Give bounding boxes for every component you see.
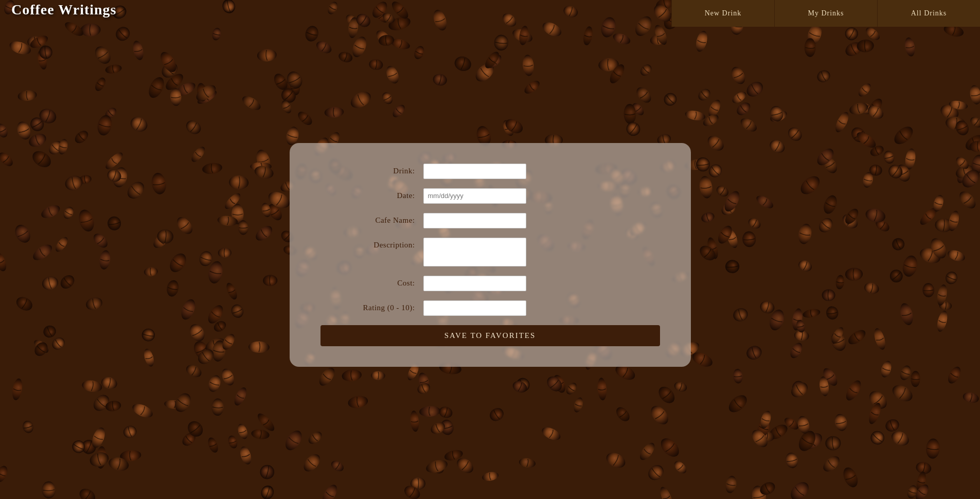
save-button[interactable]: Save to Favorites [320,325,660,346]
label-description: Description: [320,238,423,249]
field-row-date: Date: [320,188,660,204]
field-row-rating: Rating (0 - 10): [320,300,660,316]
form-card: Drink: Date: Cafe Name: Description: Cos… [290,143,691,367]
field-row-description: Description: [320,238,660,266]
input-cafe[interactable] [423,213,526,228]
main-content: Drink: Date: Cafe Name: Description: Cos… [0,0,980,499]
label-date: Date: [320,188,423,200]
input-drink[interactable] [423,164,526,179]
field-row-drink: Drink: [320,164,660,179]
label-drink: Drink: [320,164,423,175]
nav-my-drinks[interactable]: My Drinks [774,0,877,27]
app-brand: Coffee Writings [11,2,117,18]
navbar: Coffee Writings New Drink My Drinks All … [0,0,980,27]
field-row-cafe: Cafe Name: [320,213,660,228]
label-cafe: Cafe Name: [320,213,423,225]
label-cost: Cost: [320,276,423,288]
input-cost[interactable] [423,276,526,291]
input-date[interactable] [423,188,526,204]
field-row-cost: Cost: [320,276,660,291]
nav-new-drink[interactable]: New Drink [671,0,774,27]
input-rating[interactable] [423,300,526,316]
nav-all-drinks[interactable]: All Drinks [877,0,980,27]
input-description[interactable] [423,238,526,266]
label-rating: Rating (0 - 10): [320,300,423,312]
nav-links: New Drink My Drinks All Drinks [671,0,980,27]
